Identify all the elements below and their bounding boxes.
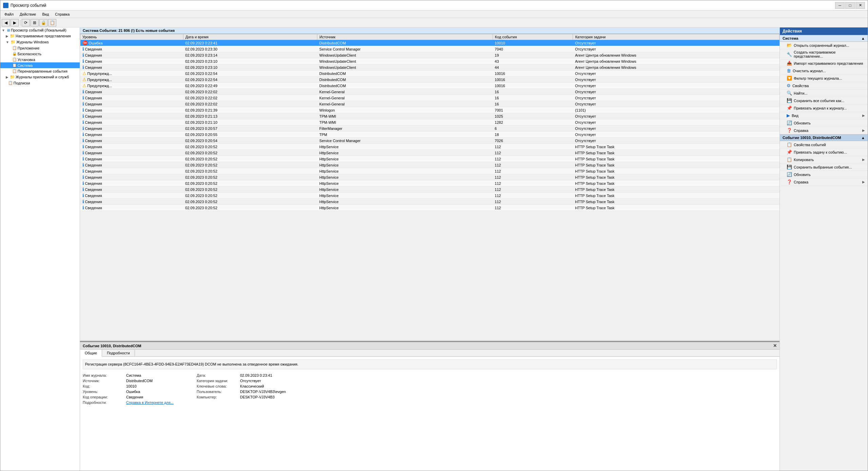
- table-row[interactable]: ℹ Сведения 02.09.2023 0:20:52 HttpServic…: [80, 150, 780, 156]
- cell-code: 112: [493, 199, 573, 205]
- cell-source: WindowsUpdateClient: [317, 58, 493, 64]
- close-button[interactable]: ✕: [855, 2, 865, 9]
- menu-view[interactable]: Вид: [39, 12, 52, 17]
- cell-datetime: 02.09.2023 0:23:10: [183, 58, 317, 64]
- tree-windows-logs[interactable]: ▼ 📁 Журналы Windows: [0, 39, 80, 45]
- properties-button[interactable]: 🔒: [39, 19, 47, 26]
- tree-root[interactable]: ▼ 🖥 Просмотр событий (Локальный): [0, 27, 80, 33]
- action-item[interactable]: 💾 Сохранить все события как...: [780, 97, 868, 104]
- action-item[interactable]: 📋 Копировать ▶: [780, 156, 868, 163]
- table-row[interactable]: ℹ Сведения 02.09.2023 0:20:52 HttpServic…: [80, 168, 780, 174]
- cell-code: 43: [493, 58, 573, 64]
- menu-help[interactable]: Справка: [52, 12, 72, 17]
- action-item[interactable]: ❓ Справка ▶: [780, 178, 868, 186]
- maximize-button[interactable]: □: [845, 2, 855, 9]
- cell-level: ℹ Сведения: [80, 205, 183, 211]
- refresh-button[interactable]: ⟳: [22, 19, 30, 26]
- tree-security[interactable]: 🔒 Безопасность: [0, 51, 80, 57]
- table-row[interactable]: ℹ Сведения 02.09.2023 0:20:52 HttpServic…: [80, 162, 780, 168]
- table-row[interactable]: ℹ Сведения 02.09.2023 0:20:52 HttpServic…: [80, 193, 780, 199]
- tree-subscriptions[interactable]: 📋 Подписки: [0, 80, 80, 86]
- table-row[interactable]: ℹ Сведения 02.09.2023 0:22:02 Kernel-Gen…: [80, 89, 780, 95]
- table-row[interactable]: ℹ Сведения 02.09.2023 0:23:14 WindowsUpd…: [80, 52, 780, 58]
- action-item[interactable]: ❓ Справка ▶: [780, 127, 868, 134]
- table-row[interactable]: ⚠ Предупрежд... 02.09.2023 0:22:49 Distr…: [80, 83, 780, 89]
- col-datetime[interactable]: Дата и время: [183, 34, 317, 40]
- table-row[interactable]: ⛔ Ошибка 02.09.2023 0:23:41 DistributedC…: [80, 40, 780, 46]
- level-value: Ошибка: [126, 390, 194, 394]
- table-row[interactable]: ℹ Сведения 02.09.2023 0:22:02 Kernel-Gen…: [80, 95, 780, 101]
- tree-application[interactable]: 📋 Приложение: [0, 45, 80, 51]
- table-row[interactable]: ℹ Сведения 02.09.2023 0:20:52 HttpServic…: [80, 205, 780, 211]
- tab-general[interactable]: Общие: [80, 350, 102, 357]
- table-row[interactable]: ℹ Сведения 02.09.2023 0:20:54 Service Co…: [80, 138, 780, 144]
- view-button[interactable]: ⊞: [31, 19, 39, 26]
- table-row[interactable]: ℹ Сведения 02.09.2023 0:21:39 Winlogon 7…: [80, 107, 780, 113]
- table-row[interactable]: ℹ Сведения 02.09.2023 0:20:57 FilterMana…: [80, 125, 780, 132]
- action-item[interactable]: 🔄 Обновить: [780, 119, 868, 127]
- table-row[interactable]: ℹ Сведения 02.09.2023 0:20:55 TPM 18 Отс…: [80, 132, 780, 138]
- action-item[interactable]: 📂 Открыть сохраненный журнал...: [780, 42, 868, 49]
- tree-forwarded[interactable]: 📋 Перенаправленные события: [0, 68, 80, 74]
- action-item[interactable]: 🗑 Очистить журнал...: [780, 67, 868, 75]
- col-source[interactable]: Источник: [317, 34, 493, 40]
- action-item[interactable]: ▶ Вид ▶: [780, 112, 868, 119]
- events-table-container[interactable]: Уровень Дата и время Источник Код событи…: [80, 34, 780, 341]
- section-toggle[interactable]: ▲: [861, 36, 865, 40]
- cell-level: ℹ Сведения: [80, 132, 183, 138]
- cell-datetime: 02.09.2023 0:20:52: [183, 187, 317, 193]
- expand-icon: ▼: [2, 28, 5, 32]
- col-category[interactable]: Категория задачи: [573, 34, 780, 40]
- warning-icon: ⚠: [82, 83, 86, 88]
- table-row[interactable]: ℹ Сведения 02.09.2023 0:21:10 TPM-WMI 12…: [80, 119, 780, 125]
- action-item[interactable]: ⚙ Свойства: [780, 82, 868, 90]
- detail-close-button[interactable]: ✕: [773, 343, 777, 348]
- action-item[interactable]: 📌 Привязать задачу к событию...: [780, 149, 868, 156]
- table-row[interactable]: ℹ Сведения 02.09.2023 0:20:52 HttpServic…: [80, 180, 780, 187]
- table-row[interactable]: ⚠ Предупрежд... 02.09.2023 0:22:54 Distr…: [80, 77, 780, 83]
- minimize-button[interactable]: ─: [835, 2, 845, 9]
- table-row[interactable]: ℹ Сведения 02.09.2023 0:22:02 Kernel-Gen…: [80, 101, 780, 107]
- col-level[interactable]: Уровень: [80, 34, 183, 40]
- action-item[interactable]: 🔄 Обновить: [780, 171, 868, 178]
- action-item[interactable]: 📋 Свойства событий: [780, 141, 868, 149]
- table-row[interactable]: ℹ Сведения 02.09.2023 0:21:13 TPM-WMI 10…: [80, 113, 780, 119]
- table-row[interactable]: ℹ Сведения 02.09.2023 0:20:52 HttpServic…: [80, 199, 780, 205]
- tree-setup[interactable]: 📋 Установка: [0, 57, 80, 62]
- error-icon: ⛔: [82, 40, 88, 45]
- action-item[interactable]: 💾 Сохранить выбранные события...: [780, 163, 868, 171]
- table-row[interactable]: ℹ Сведения 02.09.2023 0:23:10 WindowsUpd…: [80, 58, 780, 64]
- details-link[interactable]: Справка в Интернете для...: [126, 400, 194, 405]
- table-row[interactable]: ℹ Сведения 02.09.2023 0:20:52 HttpServic…: [80, 187, 780, 193]
- table-row[interactable]: ℹ Сведения 02.09.2023 0:23:10 WindowsUpd…: [80, 64, 780, 71]
- cell-datetime: 02.09.2023 0:23:10: [183, 64, 317, 71]
- expand-icon: ▼: [6, 40, 9, 44]
- right-panel: Действия Система ▲ 📂 Открыть сохраненный…: [780, 27, 868, 471]
- action-item[interactable]: 📌 Привязать журнал к журналу...: [780, 104, 868, 112]
- action-item[interactable]: 🔍 Найти...: [780, 90, 868, 97]
- action-item[interactable]: 📥 Импорт настраиваемого представления: [780, 60, 868, 67]
- back-button[interactable]: ◀: [2, 19, 10, 26]
- events-table: Уровень Дата и время Источник Код событи…: [80, 34, 780, 211]
- cell-level: ℹ Сведения: [80, 113, 183, 119]
- table-row[interactable]: ℹ Сведения 02.09.2023 0:20:52 HttpServic…: [80, 156, 780, 162]
- tree-custom-views[interactable]: ▶ 📁 Настраиваемые представления: [0, 33, 80, 39]
- menu-bar: Файл Действие Вид Справка: [0, 11, 868, 18]
- section-toggle[interactable]: ▲: [861, 136, 865, 140]
- table-row[interactable]: ℹ Сведения 02.09.2023 0:20:52 HttpServic…: [80, 174, 780, 180]
- table-row[interactable]: ℹ Сведения 02.09.2023 0:20:52 HttpServic…: [80, 144, 780, 150]
- table-row[interactable]: ⚠ Предупрежд... 02.09.2023 0:22:54 Distr…: [80, 71, 780, 77]
- copy-button[interactable]: 📋: [48, 19, 56, 26]
- section-title: Событие 10010, DistributedCOM: [783, 136, 841, 140]
- menu-file[interactable]: Файл: [2, 12, 16, 17]
- menu-action[interactable]: Действие: [17, 12, 39, 17]
- action-item[interactable]: 🔧 Создать настраиваемое представление...: [780, 49, 868, 60]
- table-row[interactable]: ℹ Сведения 02.09.2023 0:23:30 Service Co…: [80, 46, 780, 52]
- tree-app-logs[interactable]: ▶ 📁 Журналы приложений и служб: [0, 74, 80, 80]
- tab-details[interactable]: Подробности: [102, 350, 135, 356]
- action-item[interactable]: 🔽 Фильтр текущего журнала...: [780, 75, 868, 82]
- col-code[interactable]: Код события: [493, 34, 573, 40]
- tree-system[interactable]: 📋 Система: [0, 62, 80, 68]
- forward-button[interactable]: ▶: [11, 19, 19, 26]
- events-area: Система События: 21 806 (!) Есть новые с…: [80, 27, 780, 342]
